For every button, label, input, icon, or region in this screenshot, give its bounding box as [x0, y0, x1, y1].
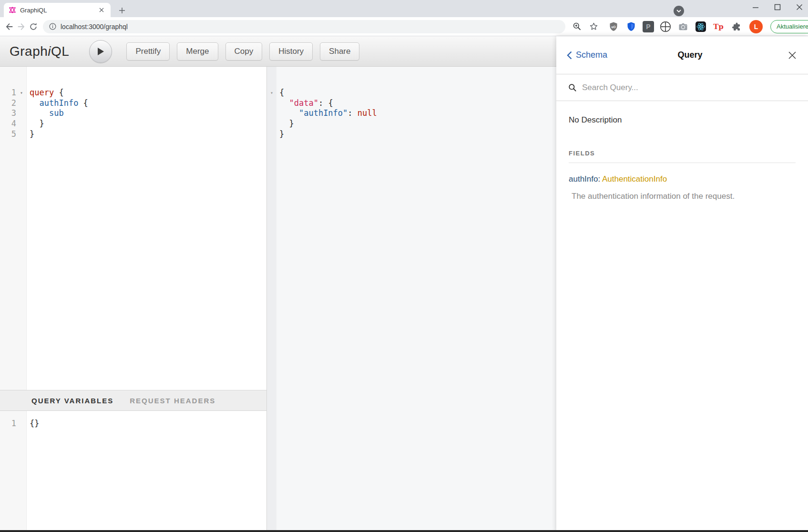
- docs-header: Schema Query: [556, 36, 808, 74]
- page-info-icon[interactable]: [49, 22, 57, 31]
- react-devtools-extension-icon[interactable]: [695, 20, 707, 33]
- query-editor[interactable]: 1 ▾ query { 2 authInfo { 3 sub: [0, 67, 266, 390]
- no-description-text: No Description: [569, 115, 796, 125]
- variables-editor[interactable]: 1 {}: [0, 411, 266, 532]
- field-description: The authentication information of the re…: [569, 192, 796, 201]
- profile-avatar[interactable]: L: [749, 20, 763, 33]
- url-bar[interactable]: localhost:3000/graphql: [43, 20, 565, 33]
- copy-button[interactable]: Copy: [225, 42, 263, 61]
- variables-editor-gutter: [0, 411, 27, 532]
- back-button[interactable]: [4, 20, 14, 34]
- bitwarden-extension-icon[interactable]: [625, 20, 637, 33]
- docs-search-row: [556, 74, 808, 101]
- code-line: 3 sub: [0, 108, 266, 119]
- browser-tabstrip: GraphiQL: [0, 0, 808, 17]
- field-name-link[interactable]: authInfo: [569, 174, 598, 184]
- prettify-button[interactable]: Prettify: [126, 42, 170, 61]
- window-close-button[interactable]: [794, 1, 805, 13]
- code-line: 1 ▾ query {: [0, 88, 266, 98]
- code-line: 2 authInfo {: [0, 98, 266, 109]
- tab-request-headers[interactable]: REQUEST HEADERS: [130, 397, 215, 405]
- fold-arrow-icon[interactable]: ▾: [267, 88, 276, 98]
- docs-title: Query: [607, 50, 787, 60]
- share-button[interactable]: Share: [320, 42, 359, 61]
- svg-text:uO: uO: [611, 25, 615, 28]
- docs-panel: Schema Query No Description FIELDS authI…: [556, 36, 808, 532]
- search-icon: [568, 83, 577, 92]
- play-icon: [97, 47, 104, 56]
- code-line: 1 {}: [0, 419, 266, 429]
- zoom-page-icon[interactable]: [572, 21, 582, 31]
- p-extension-icon[interactable]: P: [643, 21, 654, 32]
- camera-extension-icon[interactable]: [677, 20, 689, 33]
- reload-button[interactable]: [29, 20, 38, 34]
- code-line: 4 }: [0, 119, 266, 129]
- tp-extension-icon[interactable]: Tp: [712, 20, 725, 33]
- graphql-favicon-icon: [9, 6, 16, 14]
- code-line: 5 }: [0, 129, 266, 140]
- window-maximize-button[interactable]: [772, 1, 783, 13]
- tab-title: GraphiQL: [20, 7, 93, 14]
- extensions-puzzle-icon[interactable]: [730, 20, 742, 33]
- graphiql-app: GraphiQL Prettify Merge Copy History Sha…: [0, 36, 808, 532]
- merge-button[interactable]: Merge: [177, 42, 218, 61]
- window-minimize-button[interactable]: [750, 1, 761, 13]
- fields-heading: FIELDS: [569, 150, 796, 163]
- graphiql-logo: GraphiQL: [10, 44, 69, 59]
- url-text: localhost:3000/graphql: [61, 23, 560, 31]
- browser-tab[interactable]: GraphiQL: [4, 3, 111, 17]
- chevron-left-icon: [567, 51, 572, 60]
- tab-query-variables[interactable]: QUERY VARIABLES: [31, 397, 113, 405]
- bookmark-star-icon[interactable]: [589, 21, 599, 31]
- new-tab-button[interactable]: [116, 5, 128, 16]
- fold-arrow-icon[interactable]: ▾: [16, 88, 27, 98]
- field-type-link[interactable]: AuthenticationInfo: [602, 174, 667, 184]
- query-pane: 1 ▾ query { 2 authInfo { 3 sub: [0, 67, 267, 532]
- docs-search-input[interactable]: [582, 83, 797, 92]
- variables-titlebar: QUERY VARIABLES REQUEST HEADERS: [0, 390, 266, 411]
- update-browser-button[interactable]: Aktualisieren: [770, 20, 808, 33]
- docs-back-link[interactable]: Schema: [567, 50, 607, 60]
- tab-close-icon[interactable]: [97, 6, 106, 14]
- ublock-extension-icon[interactable]: uO: [607, 20, 620, 33]
- field-row: authInfo: AuthenticationInfo: [569, 174, 796, 184]
- docs-close-icon[interactable]: [787, 50, 798, 61]
- taskbar-edge: [0, 530, 808, 532]
- browser-url-row: localhost:3000/graphql uO: [0, 17, 808, 36]
- screen-capture-extension-icon[interactable]: [659, 20, 672, 33]
- history-button[interactable]: History: [269, 42, 313, 61]
- execute-query-button[interactable]: [89, 40, 112, 63]
- forward-button[interactable]: [16, 20, 27, 34]
- browser-update-icon[interactable]: [674, 6, 684, 16]
- docs-body: No Description FIELDS authInfo: Authenti…: [556, 115, 808, 201]
